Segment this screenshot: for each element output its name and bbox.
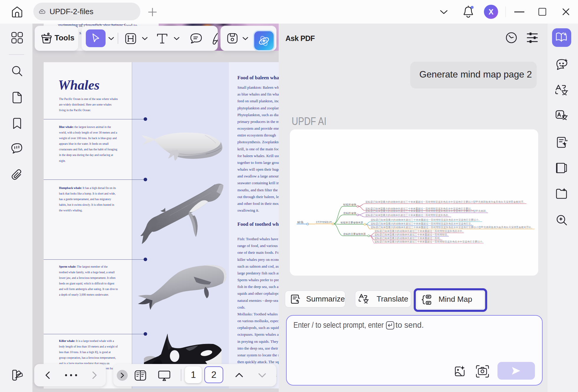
svg-text:鲸鱼: 鲸鱼 [297, 221, 304, 224]
svg-text:蓝鲸是已知体型最大的动物体长超过三十米体重超过一百吨背部呈蓝: 蓝鲸是已知体型最大的动物体长超过三十米体重超过一百吨背部呈蓝灰色在水中呈蓝色它主… [371, 226, 534, 229]
svg-text:蓝鲸是已知体型最大的动物体长超过三十米体重超过一百吨背部呈蓝: 蓝鲸是已知体型最大的动物体长超过三十米体重超过一百吨背部呈蓝灰色在水中呈蓝色它主… [371, 222, 474, 225]
svg-text:蓝鲸是已知体型最大的动物体长超过三十米体重超过一百吨背部呈蓝: 蓝鲸是已知体型最大的动物体长超过三十米体重超过一百吨背部呈蓝灰色在水中呈蓝色它主… [365, 210, 488, 213]
svg-text:蓝鲸是已知体型最大的动物体长超过三十米体重超过一百吨背部呈。: 蓝鲸是已知体型最大的动物体长超过三十米体重超过一百吨背部呈。 [375, 233, 450, 236]
svg-text:蓝鲸是已知体型最大的动物体长超过三十米体重超过一百吨背部呈蓝: 蓝鲸是已知体型最大的动物体长超过三十米体重超过一百吨背部呈蓝灰色在水中呈蓝色它主… [365, 200, 526, 203]
svg-text:蓝鲸是已知体型最大的动物体长超过三十米体重超过一百吨背部呈蓝: 蓝鲸是已知体型最大的动物体长超过三十米体重超过一百吨背部呈蓝灰色在水中。 [375, 230, 465, 233]
svg-text:齿鲸的食物: 齿鲸的食物 [343, 212, 356, 215]
svg-text:蓝鲸是已知体型最大的动物体长超过三十米体重超过一百吨背部呈蓝: 蓝鲸是已知体型最大的动物体长超过三十米体重超过一百吨背部呈蓝灰色在。 [365, 214, 451, 217]
svg-text:鲸鲨的食物: 鲸鲨的食物 [343, 203, 356, 206]
svg-text:太平洋中的鲸鱼分布: 太平洋中的鲸鱼分布 [316, 221, 332, 223]
svg-text:蓝鲸是已知体型最大的动物体长超过三十米体重超过一百吨背部呈蓝: 蓝鲸是已知体型最大的动物体长超过三十米体重超过一百吨背部呈蓝灰色在水中呈蓝色它主… [371, 218, 481, 221]
svg-text:蓝鲸是已知体型最大的动物体长超过三十米体重超过一百吨背部呈蓝: 蓝鲸是已知体型最大的动物体长超过三十米体重超过一百吨背部呈蓝灰色在水中呈蓝色它主… [375, 240, 485, 243]
svg-text:蓝鲸是已知体型最大的动物体长超过三十米体重超过一百吨。: 蓝鲸是已知体型最大的动物体长超过三十米体重超过一百吨。 [375, 237, 442, 240]
svg-text:鲸鲨的主要食物来源: 鲸鲨的主要食物来源 [341, 221, 363, 224]
svg-text:齿鲸的主要食物来源: 齿鲸的主要食物来源 [343, 233, 366, 235]
